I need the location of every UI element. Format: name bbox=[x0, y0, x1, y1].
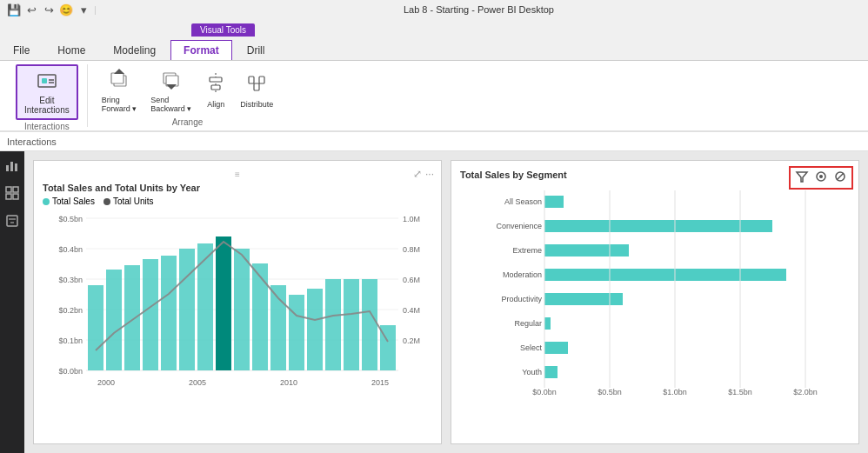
sidebar-icon-chart[interactable] bbox=[2, 155, 23, 176]
svg-rect-23 bbox=[7, 216, 17, 226]
svg-rect-16 bbox=[6, 165, 9, 171]
highlight-interaction-icon[interactable] bbox=[815, 170, 827, 185]
svg-text:Productivity: Productivity bbox=[501, 295, 542, 303]
svg-text:1.0M: 1.0M bbox=[403, 215, 420, 223]
legend-total-sales: Total Sales bbox=[43, 197, 95, 206]
svg-marker-64 bbox=[797, 172, 807, 182]
svg-text:$0.0bn: $0.0bn bbox=[532, 388, 557, 396]
bring-forward-button[interactable]: BringForward ▾ bbox=[97, 65, 143, 115]
edit-interactions-icon bbox=[35, 70, 59, 94]
svg-rect-72 bbox=[544, 220, 772, 232]
dropdown-icon[interactable]: ▾ bbox=[77, 3, 90, 17]
svg-rect-22 bbox=[13, 194, 18, 199]
tab-file[interactable]: File bbox=[0, 40, 43, 60]
right-chart-svg: All Season Convenience Extreme Moderatio… bbox=[460, 183, 850, 405]
svg-text:Regular: Regular bbox=[514, 319, 542, 328]
svg-text:Moderation: Moderation bbox=[503, 270, 542, 279]
interactions-text: Interactions bbox=[7, 137, 57, 147]
svg-text:Select: Select bbox=[520, 343, 543, 352]
ribbon-group-label-arrange: Arrange bbox=[172, 116, 204, 127]
visual-tools-bar: Visual Tools bbox=[0, 19, 868, 37]
svg-line-68 bbox=[837, 173, 844, 180]
svg-marker-9 bbox=[166, 84, 177, 90]
main-content: ≡ ⤢ ··· Total Sales and Total Units by Y… bbox=[0, 151, 868, 453]
svg-text:$1.0bn: $1.0bn bbox=[663, 388, 687, 396]
svg-rect-70 bbox=[544, 196, 564, 208]
tab-modeling[interactable]: Modeling bbox=[100, 40, 169, 60]
filter-interaction-icon[interactable] bbox=[796, 170, 808, 185]
svg-text:$2.0bn: $2.0bn bbox=[793, 388, 818, 396]
more-icon-left[interactable]: ··· bbox=[425, 168, 434, 180]
svg-text:$0.5bn: $0.5bn bbox=[598, 388, 622, 396]
svg-text:0.4M: 0.4M bbox=[403, 306, 420, 315]
send-backward-button[interactable]: SendBackward ▾ bbox=[145, 65, 197, 115]
svg-rect-11 bbox=[210, 77, 222, 82]
ribbon-group-label-interactions: Interactions bbox=[24, 120, 70, 131]
interactions-bar: Interactions bbox=[0, 132, 868, 151]
svg-rect-17 bbox=[10, 162, 13, 171]
distribute-icon bbox=[246, 71, 267, 100]
svg-rect-1 bbox=[42, 78, 47, 83]
svg-rect-57 bbox=[344, 279, 359, 370]
svg-text:2000: 2000 bbox=[97, 378, 115, 387]
svg-text:0.8M: 0.8M bbox=[403, 245, 420, 254]
none-interaction-icon[interactable] bbox=[834, 170, 846, 185]
ribbon-tabs: File Home Modeling Format Drill bbox=[0, 37, 868, 61]
legend-label-units: Total Units bbox=[113, 197, 154, 206]
ribbon-group-buttons-interactions: EditInteractions bbox=[16, 64, 78, 120]
tab-home[interactable]: Home bbox=[44, 40, 98, 60]
svg-rect-46 bbox=[143, 259, 158, 370]
expand-icon-left[interactable]: ⤢ bbox=[413, 168, 422, 180]
svg-rect-15 bbox=[254, 83, 259, 90]
svg-rect-45 bbox=[124, 265, 140, 370]
svg-rect-21 bbox=[6, 194, 11, 199]
bring-forward-label: BringForward ▾ bbox=[102, 96, 137, 113]
svg-rect-82 bbox=[544, 342, 568, 354]
align-button[interactable]: Align bbox=[200, 70, 231, 110]
svg-text:All Season: All Season bbox=[504, 197, 542, 206]
distribute-button[interactable]: Distribute bbox=[235, 70, 278, 110]
title-bar-icons: 💾 ↩ ↪ 😊 ▾ | bbox=[7, 3, 97, 17]
svg-text:$0.0bn: $0.0bn bbox=[58, 367, 83, 376]
svg-rect-78 bbox=[544, 293, 623, 305]
send-backward-label: SendBackward ▾ bbox=[150, 96, 191, 113]
tab-format[interactable]: Format bbox=[170, 40, 232, 60]
redo-icon[interactable]: ↪ bbox=[42, 3, 56, 17]
left-sidebar bbox=[0, 151, 24, 453]
svg-text:$0.1bn: $0.1bn bbox=[58, 336, 83, 345]
svg-text:0.2M: 0.2M bbox=[403, 336, 420, 345]
interaction-box bbox=[789, 166, 853, 190]
svg-rect-18 bbox=[15, 163, 17, 171]
svg-rect-55 bbox=[307, 289, 323, 370]
sidebar-icon-filter[interactable] bbox=[2, 210, 23, 231]
svg-rect-50 bbox=[216, 236, 231, 370]
save-icon[interactable]: 💾 bbox=[7, 3, 21, 17]
svg-text:Youth: Youth bbox=[522, 368, 542, 376]
svg-text:$0.5bn: $0.5bn bbox=[58, 215, 83, 223]
legend-total-units: Total Units bbox=[103, 197, 154, 206]
svg-text:Convenience: Convenience bbox=[496, 222, 542, 230]
undo-icon[interactable]: ↩ bbox=[24, 3, 38, 17]
svg-rect-13 bbox=[249, 77, 254, 83]
svg-rect-74 bbox=[544, 244, 629, 256]
tab-drill[interactable]: Drill bbox=[234, 40, 278, 60]
svg-rect-19 bbox=[6, 187, 11, 192]
emoji-icon[interactable]: 😊 bbox=[59, 3, 73, 17]
svg-rect-44 bbox=[106, 270, 122, 370]
svg-text:2010: 2010 bbox=[280, 378, 297, 387]
ribbon-group-buttons-arrange: BringForward ▾ SendBackward ▾ bbox=[97, 64, 279, 116]
svg-rect-20 bbox=[13, 187, 18, 192]
distribute-label: Distribute bbox=[240, 100, 273, 109]
drag-handle[interactable]: ≡ bbox=[43, 170, 432, 179]
edit-interactions-button[interactable]: EditInteractions bbox=[16, 64, 78, 120]
svg-rect-52 bbox=[252, 263, 268, 370]
svg-rect-47 bbox=[161, 256, 177, 370]
canvas-area: ≡ ⤢ ··· Total Sales and Total Units by Y… bbox=[24, 151, 868, 453]
chart-panel-right: Total Sales by Segment All Season Conven… bbox=[451, 160, 859, 444]
title-bar: 💾 ↩ ↪ 😊 ▾ | Lab 8 - Starting - Power BI … bbox=[0, 0, 868, 19]
svg-rect-56 bbox=[325, 279, 341, 370]
ribbon: EditInteractions Interactions BringForwa… bbox=[0, 61, 868, 132]
bring-forward-icon bbox=[109, 67, 130, 96]
svg-rect-58 bbox=[362, 279, 377, 370]
sidebar-icon-grid[interactable] bbox=[2, 183, 23, 203]
